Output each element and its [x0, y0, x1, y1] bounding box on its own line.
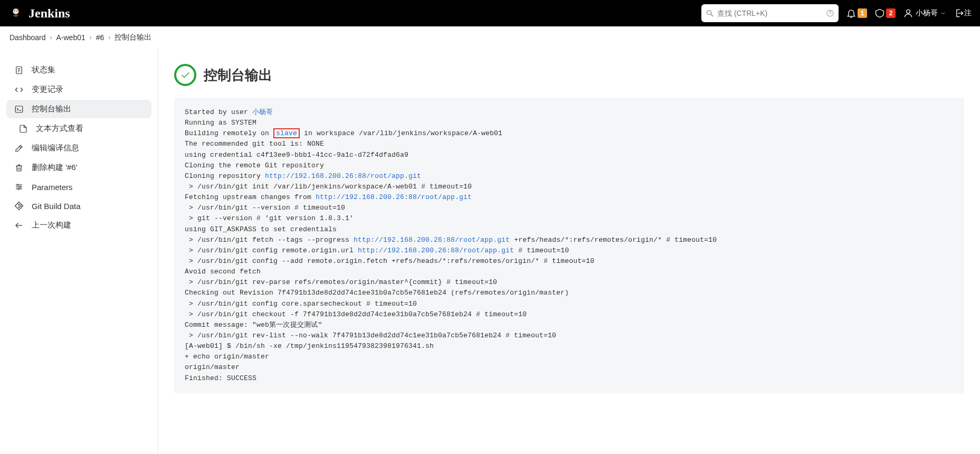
console-line: The recommended git tool is: NONE [185, 140, 324, 148]
chevron-right-icon: › [50, 34, 52, 41]
terminal-icon [14, 105, 24, 114]
svg-line-4 [711, 14, 713, 16]
sidebar-item-console[interactable]: 控制台输出 [6, 100, 151, 118]
logout-label: 注 [964, 8, 972, 18]
sidebar-item-prev-build[interactable]: 上一次构建 [6, 216, 151, 234]
user-menu[interactable]: 小杨哥 [903, 8, 946, 18]
console-line: > /usr/bin/git config --add remote.origi… [185, 257, 594, 265]
sidebar-label: 文本方式查看 [36, 124, 83, 134]
console-line: Cloning the remote Git repository [185, 162, 324, 169]
console-line: using credential c4f13ee9-bbb1-41cc-9a1c… [185, 151, 408, 159]
console-line: > /usr/bin/git init /var/lib/jenkins/wor… [185, 183, 472, 191]
alerts-button[interactable]: 2 [874, 8, 896, 18]
jenkins-logo-icon [8, 6, 23, 21]
chevron-right-icon: › [90, 34, 92, 41]
console-line: +refs/heads/*:refs/remotes/origin/* # ti… [510, 236, 717, 244]
console-line: > /usr/bin/git config core.sparsecheckou… [185, 300, 417, 308]
console-line: Commit message: "web第一次提交测试" [185, 321, 322, 329]
console-line: > /usr/bin/git rev-parse refs/remotes/or… [185, 278, 497, 286]
console-line: + echo origin/master [185, 353, 269, 361]
console-line: origin/master [185, 363, 240, 371]
chevron-down-icon [940, 10, 946, 16]
svg-point-21 [18, 188, 20, 190]
sidebar-label: 变更记录 [32, 84, 63, 94]
top-header: Jenkins 1 2 小杨哥 注 [0, 0, 980, 26]
breadcrumb-item[interactable]: Dashboard [9, 33, 46, 42]
console-line: > /usr/bin/git --version # timeout=10 [185, 204, 345, 212]
sidebar-label: Git Build Data [32, 202, 81, 211]
search-icon [706, 9, 714, 17]
brand[interactable]: Jenkins [8, 6, 70, 21]
console-line: Started by user [185, 108, 252, 116]
console-line: # timeout=10 [514, 247, 569, 254]
svg-point-7 [907, 10, 910, 13]
sidebar-item-changes[interactable]: 变更记录 [6, 80, 151, 99]
svg-rect-12 [15, 106, 23, 112]
search-input[interactable] [717, 9, 823, 17]
console-line: using GIT_ASKPASS to set credentials [185, 225, 341, 233]
chevron-right-icon: › [108, 34, 110, 41]
sidebar-item-parameters[interactable]: Parameters [6, 178, 151, 196]
sidebar-label: 上一次构建 [32, 220, 71, 230]
sidebar: 状态集 变更记录 控制台输出 文本方式查看 编辑编译信息 删除构建 '#6' P… [0, 49, 158, 453]
breadcrumb-item[interactable]: #6 [96, 33, 104, 42]
svg-point-1 [14, 10, 15, 11]
breadcrumbs: Dashboard › A-web01 › #6 › 控制台输出 [0, 26, 980, 49]
sidebar-item-git-data[interactable]: Git Build Data [6, 197, 151, 215]
console-line: Building remotely on [185, 129, 273, 137]
sliders-icon [14, 182, 24, 192]
sidebar-label: 编辑编译信息 [32, 143, 79, 153]
console-line: Running as SYSTEM [185, 119, 256, 127]
console-output: Started by user 小杨哥 Running as SYSTEM Bu… [174, 98, 964, 393]
svg-point-6 [830, 15, 830, 15]
sidebar-item-delete-build[interactable]: 删除构建 '#6' [6, 158, 151, 177]
sidebar-label: Parameters [32, 183, 73, 192]
console-line: > git --version # 'git version 1.8.3.1' [185, 214, 354, 222]
sidebar-item-edit-build[interactable]: 编辑编译信息 [6, 139, 151, 157]
sidebar-item-status[interactable]: 状态集 [6, 61, 151, 79]
sidebar-label: 控制台输出 [32, 104, 71, 114]
arrow-left-icon [14, 221, 24, 230]
notifications-button[interactable]: 1 [846, 8, 867, 18]
repo-link[interactable]: http://192.168.200.26:88/root/app.git [354, 236, 510, 244]
logout-button[interactable]: 注 [954, 8, 972, 18]
user-name: 小杨哥 [916, 8, 938, 18]
alerts-badge: 2 [886, 8, 896, 18]
code-icon [14, 85, 24, 94]
svg-point-3 [707, 11, 711, 15]
repo-link[interactable]: http://192.168.200.26:88/root/app.git [316, 193, 472, 201]
header-right: 1 2 小杨哥 注 [701, 4, 972, 22]
console-line: in workspace /var/lib/jenkins/workspace/… [300, 129, 502, 137]
brand-name: Jenkins [28, 6, 70, 21]
help-icon[interactable] [826, 9, 834, 17]
page-title-row: 控制台输出 [174, 64, 964, 86]
page-title: 控制台输出 [204, 66, 272, 84]
user-link[interactable]: 小杨哥 [252, 108, 273, 116]
console-line: > /usr/bin/git config remote.origin.url [185, 247, 358, 254]
console-line: > /usr/bin/git checkout -f 7f4791b13de8d… [185, 310, 527, 318]
node-link[interactable]: slave [273, 128, 300, 138]
console-line: Cloning repository [185, 172, 265, 180]
repo-link[interactable]: http://192.168.200.26:88/root/app.git [358, 247, 514, 254]
edit-icon [14, 144, 24, 153]
file-icon [18, 124, 28, 134]
repo-link[interactable]: http://192.168.200.26:88/root/app.git [265, 172, 421, 180]
notifications-badge: 1 [858, 8, 867, 18]
trash-icon [14, 163, 24, 173]
main-content: 控制台输出 Started by user 小杨哥 Running as SYS… [158, 49, 980, 453]
console-line: Finished: SUCCESS [185, 374, 256, 382]
sidebar-label: 状态集 [32, 65, 55, 75]
success-icon [174, 64, 196, 86]
breadcrumb-item[interactable]: 控制台输出 [115, 33, 151, 42]
console-line: > /usr/bin/git rev-list --no-walk 7f4791… [185, 332, 556, 339]
git-icon [14, 201, 24, 211]
svg-point-20 [20, 186, 21, 188]
search-box[interactable] [701, 4, 839, 22]
console-line: [A-web01] $ /bin/sh -xe /tmp/jenkins1195… [185, 342, 434, 350]
console-line: Avoid second fetch [185, 268, 261, 276]
sidebar-item-text-view[interactable]: 文本方式查看 [6, 119, 151, 138]
svg-point-19 [17, 184, 18, 186]
breadcrumb-item[interactable]: A-web01 [56, 33, 85, 42]
sidebar-label: 删除构建 '#6' [32, 163, 78, 173]
console-line: Checking out Revision 7f4791b13de8d2dd74… [185, 289, 569, 297]
